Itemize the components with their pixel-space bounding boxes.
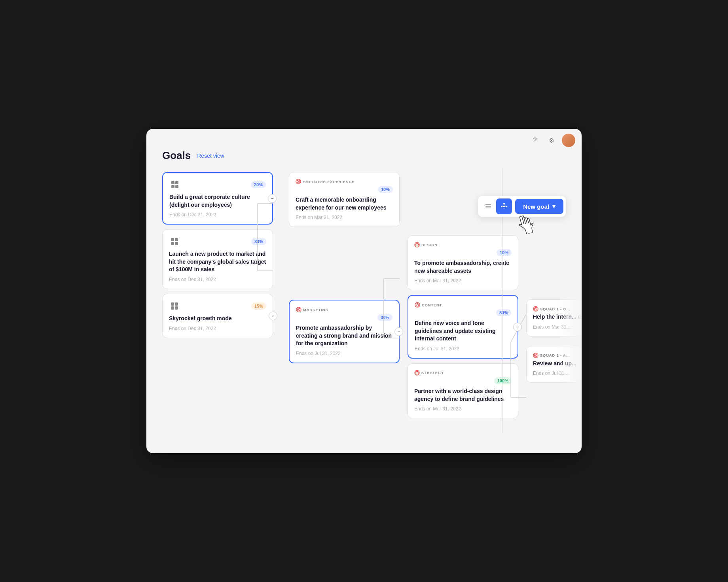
reset-view-link[interactable]: Reset view [197, 153, 224, 159]
card-category-4: EMPLOYEE EXPERIENCE [296, 179, 393, 184]
svg-point-39 [417, 244, 417, 245]
card-title-6: To promote ambassadorship, create new sh… [414, 259, 512, 275]
svg-rect-21 [171, 185, 174, 188]
grid-icon-1 [169, 179, 180, 190]
target-icon-8 [414, 370, 420, 376]
card-date-2: Ends on Dec 31, 2022 [169, 277, 266, 282]
card-date-10: Ends on Jul 31,... [533, 370, 582, 376]
card-date-5: Ends on Jul 31, 2022 [296, 351, 392, 356]
card-date-6: Ends on Mar 31, 2022 [414, 278, 512, 283]
goal-card-5[interactable]: MARKETING 30% Promote ambassadorship by … [289, 300, 400, 363]
card-title-4: Craft a memorable onboarding experience … [296, 196, 393, 212]
card-category-6: DESIGN [414, 242, 512, 248]
hierarchy-view-button[interactable] [496, 198, 512, 214]
collapse-btn-5[interactable]: − [394, 327, 403, 336]
svg-point-42 [417, 304, 418, 305]
card-date-9: Ends on Mar 31,... [533, 324, 582, 330]
goal-card-4[interactable]: EMPLOYEE EXPERIENCE 10% Craft a memorabl… [289, 172, 400, 227]
new-goal-button[interactable]: New goal ▾ [515, 199, 563, 214]
target-icon-10 [533, 353, 538, 358]
svg-point-33 [298, 181, 299, 182]
target-icon-9 [533, 306, 538, 312]
column-2: EMPLOYEE EXPERIENCE 10% Craft a memorabl… [289, 172, 400, 418]
goal-card-7[interactable]: CONTENT 80% Define new voice and tone gu… [408, 295, 518, 359]
card-date-7: Ends on Jul 31, 2022 [415, 346, 511, 351]
card-title-5: Promote ambassadorship by creating a str… [296, 324, 392, 348]
settings-icon[interactable]: ⚙ [545, 134, 558, 147]
target-icon-6 [414, 242, 420, 248]
card-date-4: Ends on Mar 31, 2022 [296, 215, 393, 220]
svg-rect-0 [485, 204, 491, 205]
svg-rect-28 [175, 302, 178, 306]
page-header: Goals Reset view [146, 129, 582, 168]
list-view-button[interactable] [480, 198, 496, 214]
card-title-10: Review and up... [533, 360, 582, 368]
new-goal-label: New goal [523, 203, 549, 210]
card-title-1: Build a great corporate culture (delight… [169, 193, 266, 209]
page-title: Goals [162, 149, 191, 162]
card-category-10: SQUAD 2 - A... [533, 353, 582, 358]
card-top-4: 10% [296, 186, 393, 193]
goal-card-9[interactable]: SQUAD 1 - O... Help the intern... defini… [526, 299, 582, 336]
card-badge-6: 10% [497, 249, 512, 256]
svg-rect-20 [175, 181, 178, 184]
card-date-8: Ends on Mar 31, 2022 [414, 406, 512, 412]
svg-point-36 [298, 309, 299, 310]
target-icon-7 [415, 302, 420, 308]
svg-rect-19 [171, 181, 174, 184]
card-title-3: Skyrocket growth mode [169, 315, 266, 323]
svg-point-51 [535, 355, 536, 356]
svg-rect-23 [171, 238, 174, 241]
card-top-6: 10% [414, 249, 512, 256]
card-category-5: MARKETING [296, 307, 392, 312]
card-badge-3: 15% [251, 302, 266, 310]
card-badge-7: 80% [496, 309, 511, 316]
card-title-8: Partner with a world-class design agency… [414, 387, 512, 403]
card-top-2: 80% [169, 236, 266, 247]
dropdown-chevron-icon: ▾ [552, 203, 555, 210]
svg-rect-22 [175, 185, 178, 188]
card-category-8: STRATEGY [414, 370, 512, 376]
user-avatar[interactable] [562, 134, 575, 147]
card-category-7: CONTENT [415, 302, 511, 308]
svg-rect-26 [175, 242, 178, 245]
card-top-5: 30% [296, 314, 392, 321]
svg-rect-27 [171, 302, 174, 306]
collapse-btn-7[interactable]: − [513, 323, 522, 331]
column-1: 20% Build a great corporate culture (del… [162, 172, 273, 418]
goal-card-8[interactable]: STRATEGY 100% Partner with a world-class… [408, 363, 518, 418]
grid-icon-3 [169, 300, 180, 312]
svg-point-48 [535, 308, 536, 309]
card-top-8: 100% [414, 377, 512, 384]
target-icon-5 [296, 307, 301, 312]
svg-rect-29 [171, 306, 174, 310]
target-icon-4 [296, 179, 301, 184]
goal-card-10[interactable]: SQUAD 2 - A... Review and up... Ends on … [526, 346, 582, 383]
top-bar: ? ⚙ [529, 134, 575, 147]
goal-card-2[interactable]: 80% Launch a new product to market and h… [162, 229, 273, 289]
collapse-btn-1[interactable]: − [268, 194, 277, 203]
view-toolbar: New goal ▾ [478, 196, 566, 217]
goal-card-6[interactable]: DESIGN 10% To promote ambassadorship, cr… [408, 235, 518, 290]
svg-rect-24 [175, 238, 178, 241]
card-badge-5: 30% [377, 314, 392, 321]
card-top-7: 80% [415, 309, 511, 316]
svg-rect-2 [485, 208, 491, 208]
card-title-7: Define new voice and tone guidelines and… [415, 319, 511, 343]
svg-rect-1 [485, 206, 491, 207]
svg-rect-25 [171, 242, 174, 245]
grid-icon-2 [169, 236, 180, 247]
expand-btn-3[interactable]: › [269, 312, 277, 320]
card-top-1: 20% [169, 179, 266, 190]
card-badge-4: 10% [378, 186, 393, 193]
help-icon[interactable]: ? [529, 134, 541, 147]
card-badge-8: 100% [494, 377, 512, 384]
card-date-3: Ends on Dec 31, 2022 [169, 326, 266, 331]
card-top-3: 15% [169, 300, 266, 312]
card-date-1: Ends on Dec 31, 2022 [169, 212, 266, 217]
goal-card-3[interactable]: 15% Skyrocket growth mode Ends on Dec 31… [162, 294, 273, 338]
svg-rect-30 [175, 306, 178, 310]
list-icon [485, 203, 492, 210]
card-badge-1: 20% [251, 181, 266, 188]
goal-card-1[interactable]: 20% Build a great corporate culture (del… [162, 172, 273, 225]
